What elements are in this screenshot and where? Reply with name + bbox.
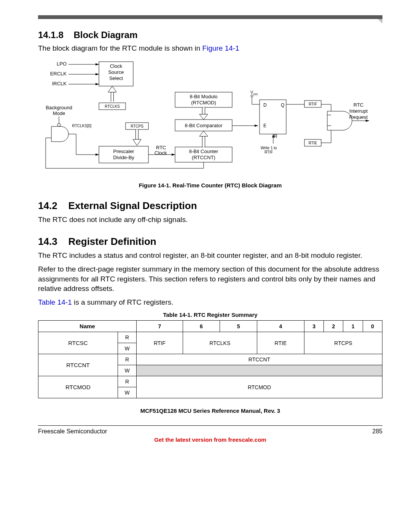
col-name: Name bbox=[38, 321, 137, 332]
section-14-1-8-heading: 14.1.8 Block Diagram bbox=[38, 30, 382, 40]
rtc-register-summary-table: Name 7 6 5 4 3 2 1 0 RTCSC R RTIF RTCLKS… bbox=[38, 320, 382, 398]
svg-text:8-Bit Comparator: 8-Bit Comparator bbox=[185, 123, 223, 128]
rtclks-label: RTCLKS bbox=[105, 104, 120, 109]
svg-text:Divide-By: Divide-By bbox=[113, 155, 134, 160]
svg-text:Interrupt: Interrupt bbox=[349, 108, 368, 114]
svg-point-53 bbox=[251, 95, 253, 97]
erclk-label: ERCLK bbox=[50, 71, 67, 77]
svg-text:DD: DD bbox=[253, 93, 258, 96]
field-rtif: RTIF bbox=[137, 332, 183, 354]
svg-marker-44 bbox=[199, 131, 208, 136]
svg-text:8-Bit Counter: 8-Bit Counter bbox=[189, 149, 218, 154]
irclk-label: IRCLK bbox=[52, 81, 67, 86]
section-14-3-heading: 14.3 Register Definition bbox=[38, 236, 382, 248]
rtcps-label: RTCPS bbox=[131, 124, 143, 128]
section-14-2-heading: 14.2 External Signal Description bbox=[38, 200, 382, 212]
field-rtccnt-w-shaded bbox=[137, 365, 382, 376]
reg-name: RTCMOD bbox=[38, 376, 118, 398]
block-diagram: Clock Source Select LPO ERCLK IRCLK RTCL… bbox=[38, 58, 382, 177]
lpo-label: LPO bbox=[57, 61, 67, 67]
section-14-3-p1: The RTC includes a status and control re… bbox=[38, 251, 382, 260]
svg-text:Select: Select bbox=[109, 75, 123, 81]
section-title: Block Diagram bbox=[73, 30, 137, 40]
table-caption: Table 14-1. RTC Register Summary bbox=[38, 312, 382, 318]
svg-text:Request: Request bbox=[349, 114, 368, 120]
rw-r: R bbox=[118, 332, 137, 343]
svg-text:Write 1 to: Write 1 to bbox=[261, 146, 277, 150]
svg-text:RTIE: RTIE bbox=[309, 141, 317, 145]
svg-text:Background: Background bbox=[46, 105, 72, 110]
col-bit-1: 1 bbox=[343, 321, 363, 332]
col-bit-3: 3 bbox=[304, 321, 323, 332]
field-rtclks: RTCLKS bbox=[183, 332, 257, 354]
field-rtie: RTIE bbox=[257, 332, 304, 354]
rtclks0-label: RTCLKS[0] bbox=[72, 124, 92, 128]
svg-text:Prescaler: Prescaler bbox=[113, 149, 135, 154]
css-label: Clock bbox=[110, 63, 123, 69]
svg-point-22 bbox=[57, 123, 61, 126]
figure-ref-link[interactable]: Figure 14-1 bbox=[202, 44, 239, 52]
col-bit-7: 7 bbox=[137, 321, 183, 332]
table-ref-link[interactable]: Table 14-1 bbox=[38, 298, 72, 306]
footer-left: Freescale Semiconductor bbox=[38, 428, 107, 435]
svg-text:Q: Q bbox=[281, 102, 284, 108]
svg-text:(RTCCNT): (RTCCNT) bbox=[192, 155, 215, 160]
svg-marker-8 bbox=[108, 86, 116, 92]
section-number: 14.1.8 bbox=[38, 30, 64, 40]
col-bit-2: 2 bbox=[324, 321, 343, 332]
svg-text:E: E bbox=[263, 123, 266, 128]
table-header-row: Name 7 6 5 4 3 2 1 0 bbox=[38, 321, 382, 332]
svg-text:R: R bbox=[274, 134, 277, 139]
col-bit-6: 6 bbox=[183, 321, 220, 332]
svg-text:RTC: RTC bbox=[354, 102, 363, 108]
figure-caption: Figure 14-1. Real-Time Counter (RTC) Blo… bbox=[38, 182, 382, 189]
section-number: 14.2 bbox=[38, 200, 57, 211]
col-bit-5: 5 bbox=[220, 321, 257, 332]
rw-r: R bbox=[118, 354, 137, 365]
svg-text:Source: Source bbox=[108, 69, 124, 75]
svg-text:RTC: RTC bbox=[156, 145, 166, 150]
footer-doc-title: MCF51QE128 MCU Series Reference Manual, … bbox=[38, 407, 382, 414]
section-14-2-para: The RTC does not include any off-chip si… bbox=[38, 215, 382, 225]
svg-text:RTIF: RTIF bbox=[264, 150, 273, 154]
footer-rule bbox=[38, 425, 382, 426]
svg-text:(RTCMOD): (RTCMOD) bbox=[191, 100, 216, 105]
table-row: RTCMOD R RTCMOD bbox=[38, 376, 382, 387]
reg-name: RTCCNT bbox=[38, 354, 118, 376]
svg-marker-41 bbox=[199, 114, 208, 120]
field-rtccnt: RTCCNT bbox=[137, 354, 382, 365]
rw-w: W bbox=[118, 365, 137, 376]
svg-text:RTIF: RTIF bbox=[309, 102, 317, 106]
rw-r: R bbox=[118, 376, 137, 387]
svg-text:Clock: Clock bbox=[155, 150, 167, 156]
section-title: Register Definition bbox=[68, 236, 156, 247]
footer-row: Freescale Semiconductor 285 bbox=[38, 428, 382, 435]
footer-page-number: 285 bbox=[372, 428, 382, 435]
svg-marker-13 bbox=[133, 139, 141, 145]
svg-text:D: D bbox=[263, 102, 267, 108]
section-14-3-p2: Refer to the direct-page register summar… bbox=[38, 264, 382, 294]
footer-link[interactable]: Get the latest version from freescale.co… bbox=[38, 436, 382, 443]
section-14-3-p3: Table 14-1 is a summary of RTC registers… bbox=[38, 297, 382, 307]
svg-text:Mode: Mode bbox=[53, 110, 65, 116]
rw-w: W bbox=[118, 387, 137, 398]
col-bit-0: 0 bbox=[363, 321, 382, 332]
field-rtcps: RTCPS bbox=[304, 332, 382, 354]
header-rule bbox=[38, 15, 382, 19]
col-bit-4: 4 bbox=[257, 321, 304, 332]
reg-name: RTCSC bbox=[38, 332, 118, 354]
rw-w: W bbox=[118, 343, 137, 354]
table-row: RTCSC R RTIF RTCLKS RTIE RTCPS bbox=[38, 332, 382, 343]
svg-text:V: V bbox=[250, 90, 253, 94]
section-number: 14.3 bbox=[38, 236, 57, 247]
section-14-1-8-para: The block diagram for the RTC module is … bbox=[38, 43, 382, 53]
field-rtcmod: RTCMOD bbox=[137, 376, 382, 398]
table-row: RTCCNT R RTCCNT bbox=[38, 354, 382, 365]
section-title: External Signal Description bbox=[68, 200, 197, 211]
svg-text:8-Bit Modulo: 8-Bit Modulo bbox=[190, 94, 218, 99]
